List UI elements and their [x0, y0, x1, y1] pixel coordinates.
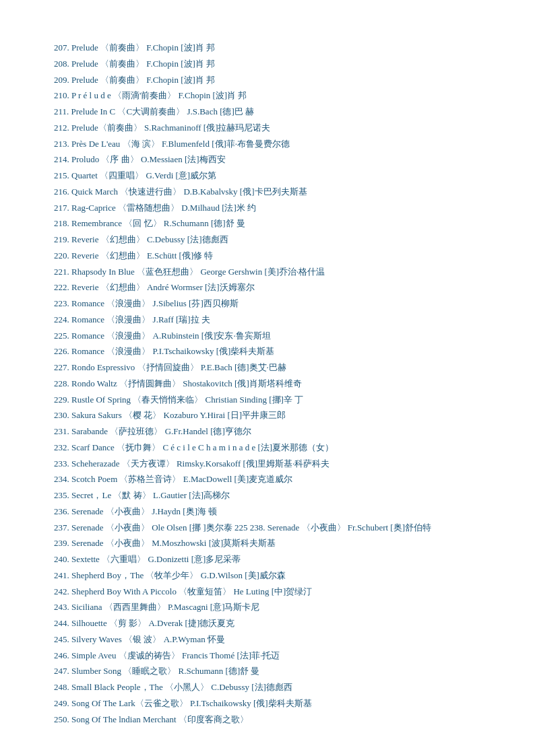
- list-item: 209. Prelude 〈前奏曲〉 F.Chopin [波]肖 邦: [54, 73, 481, 88]
- list-item: 231. Sarabande 〈萨拉班德〉 G.Fr.Handel [德]亨德尔: [54, 424, 481, 440]
- entry-text-223: 223. Romance 〈浪漫曲〉 J.Sibelius [芬]西贝柳斯: [54, 298, 239, 308]
- list-item: 228. Rondo Waltz 〈抒情圆舞曲〉 Shostakovitch […: [54, 376, 481, 392]
- list-item: 242. Shepherd Boy With A Piccolo 〈牧童短笛〉 …: [54, 584, 481, 600]
- entry-text-246: 246. Simple Aveu 〈虔诚的祷告〉 Francis Thomé […: [54, 650, 280, 660]
- list-item: 222. Reverie 〈幻想曲〉 André Wormser [法]沃姆塞尔: [54, 280, 481, 296]
- list-item: 230. Sakura Sakurs 〈樱 花〉 Kozaburo Y.Hira…: [54, 408, 481, 423]
- list-item: 211. Prelude In C 〈C大调前奏曲〉 J.S.Bach [德]巴…: [54, 104, 481, 120]
- entry-text-230: 230. Sakura Sakurs 〈樱 花〉 Kozaburo Y.Hira…: [54, 410, 286, 420]
- entry-text-226: 226. Romance 〈浪漫曲〉 P.I.Tschaikowsky [俄]柴…: [54, 346, 274, 356]
- entry-text-214: 214. Proludo 〈序 曲〉 O.Messiaen [法]梅西安: [54, 154, 226, 164]
- list-item: 227. Rondo Espressivo 〈抒情回旋曲〉 P.E.Bach […: [54, 360, 481, 376]
- list-item: 240. Sextette 〈六重唱〉 G.Donizetti [意]多尼采蒂: [54, 552, 481, 568]
- list-item: 215. Quartet 〈四重唱〉 G.Verdi [意]威尔第: [54, 168, 481, 184]
- entry-text-243: 243. Siciliana 〈西西里舞曲〉 P.Mascagni [意]马斯卡…: [54, 602, 259, 612]
- list-item: 226. Romance 〈浪漫曲〉 P.I.Tschaikowsky [俄]柴…: [54, 344, 481, 359]
- entry-text-240: 240. Sextette 〈六重唱〉 G.Donizetti [意]多尼采蒂: [54, 554, 241, 564]
- list-item: 250. Song Of The lndian Merchant 〈印度客商之歌…: [54, 712, 481, 728]
- list-item: 248. Small Black People，The 〈小黑人〉 C.Debu…: [54, 680, 481, 695]
- entry-text-217: 217. Rag-Caprice 〈雷格随想曲〉 D.Milhaud [法]米 …: [54, 203, 256, 213]
- entry-text-220: 220. Reverie 〈幻想曲〉 E.Schütt [俄]修 特: [54, 250, 214, 261]
- entry-text-219: 219. Reverie 〈幻想曲〉 C.Debussy [法]德彪西: [54, 234, 228, 244]
- entry-text-212: 212. Prelude〈前奏曲〉 S.Rachmaninoff [俄]拉赫玛尼…: [54, 123, 270, 133]
- entry-text-213: 213. Près De L'eau 〈海 滨〉 F.Blumenfeld [俄…: [54, 139, 290, 149]
- entry-text-210: 210. P r é l u d e 〈雨滴'前奏曲〉 F.Chopin [波]…: [54, 90, 247, 100]
- entry-text-221: 221. Rhapsody In Blue 〈蓝色狂想曲〉 George Ger…: [54, 267, 325, 277]
- entry-text-208: 208. Prelude 〈前奏曲〉 F.Chopin [波]肖 邦: [54, 59, 215, 69]
- entry-text-250: 250. Song Of The lndian Merchant 〈印度客商之歌…: [54, 714, 249, 724]
- entry-text-232: 232. Scarf Dance 〈抚巾舞〉 C é c i l e C h a…: [54, 442, 334, 452]
- entry-text-215: 215. Quartet 〈四重唱〉 G.Verdi [意]威尔第: [54, 170, 216, 180]
- entry-text-248: 248. Small Black People，The 〈小黑人〉 C.Debu…: [54, 682, 292, 692]
- list-item: 208. Prelude 〈前奏曲〉 F.Chopin [波]肖 邦: [54, 57, 481, 72]
- list-item: 212. Prelude〈前奏曲〉 S.Rachmaninoff [俄]拉赫玛尼…: [54, 121, 481, 136]
- list-item: 224. Romance 〈浪漫曲〉 J.Raff [瑞]拉 夫: [54, 312, 481, 328]
- list-item: 213. Près De L'eau 〈海 滨〉 F.Blumenfeld [俄…: [54, 137, 481, 152]
- entry-text-225: 225. Romance 〈浪漫曲〉 A.Rubinstein [俄]安东·鲁宾…: [54, 331, 271, 341]
- entry-text-236: 236. Serenade 〈小夜曲〉 J.Haydn [奥]海 顿: [54, 506, 217, 516]
- list-item: 246. Simple Aveu 〈虔诚的祷告〉 Francis Thomé […: [54, 648, 481, 664]
- entry-text-228: 228. Rondo Waltz 〈抒情圆舞曲〉 Shostakovitch […: [54, 378, 302, 388]
- entry-text-224: 224. Romance 〈浪漫曲〉 J.Raff [瑞]拉 夫: [54, 314, 210, 324]
- entry-text-222: 222. Reverie 〈幻想曲〉 André Wormser [法]沃姆塞尔: [54, 282, 255, 292]
- entry-text-242: 242. Shepherd Boy With A Piccolo 〈牧童短笛〉 …: [54, 586, 312, 596]
- list-item: 217. Rag-Caprice 〈雷格随想曲〉 D.Milhaud [法]米 …: [54, 201, 481, 216]
- list-item: 243. Siciliana 〈西西里舞曲〉 P.Mascagni [意]马斯卡…: [54, 600, 481, 615]
- list-item: 221. Rhapsody In Blue 〈蓝色狂想曲〉 George Ger…: [54, 265, 481, 280]
- list-item: 232. Scarf Dance 〈抚巾舞〉 C é c i l e C h a…: [54, 440, 481, 456]
- list-item: 214. Proludo 〈序 曲〉 O.Messiaen [法]梅西安: [54, 152, 481, 168]
- list-item: 223. Romance 〈浪漫曲〉 J.Sibelius [芬]西贝柳斯: [54, 296, 481, 312]
- entry-text-241: 241. Shepherd Boy，The 〈牧羊少年〉 G.D.Wilson …: [54, 570, 286, 580]
- list-item: 244. Silhouette 〈剪 影〉 A.Dverak [捷]德沃夏克: [54, 616, 481, 631]
- entry-text-216: 216. Quick March 〈快速进行曲〉 D.B.Kabalvsky […: [54, 186, 307, 197]
- entry-text-249: 249. Song Of The Lark〈云雀之歌〉 P.I.Tschaiko…: [54, 698, 312, 708]
- list-item: 247. Slumber Song 〈睡眠之歌〉 R.Schumann [德]舒…: [54, 664, 481, 679]
- entry-text-218: 218. Remembrance 〈回 忆〉 R.Schumann [德]舒 曼: [54, 218, 245, 228]
- entry-text-234: 234. Scotch Poem 〈苏格兰音诗〉 E.MacDowell [美]…: [54, 474, 292, 484]
- entry-text-237: 237. Serenade 〈小夜曲〉 Ole Olsen [挪 ]奥尔泰 22…: [54, 522, 431, 532]
- list-item: 239. Serenade 〈小夜曲〉 M.Moszhowski [波]莫斯科夫…: [54, 536, 481, 551]
- list-item: 220. Reverie 〈幻想曲〉 E.Schütt [俄]修 特: [54, 248, 481, 264]
- entry-text-209: 209. Prelude 〈前奏曲〉 F.Chopin [波]肖 邦: [54, 75, 215, 85]
- list-item: 207. Prelude 〈前奏曲〉 F.Chopin [波]肖 邦: [54, 40, 481, 56]
- entry-text-211: 211. Prelude In C 〈C大调前奏曲〉 J.S.Bach [德]巴…: [54, 106, 254, 116]
- list-item: 245. Silvery Waves 〈银 波〉 A.P.Wyman 怀曼: [54, 632, 481, 648]
- list-item: 234. Scotch Poem 〈苏格兰音诗〉 E.MacDowell [美]…: [54, 472, 481, 487]
- list-item: 235. Secret，Le 〈默 祷〉 L.Gautier [法]高梯尔: [54, 488, 481, 504]
- entry-text-235: 235. Secret，Le 〈默 祷〉 L.Gautier [法]高梯尔: [54, 490, 230, 500]
- entry-text-233: 233. Scheherazade 〈天方夜谭〉 Rimsky.Korsakof…: [54, 458, 329, 469]
- list-item: 210. P r é l u d e 〈雨滴'前奏曲〉 F.Chopin [波]…: [54, 88, 481, 104]
- list-item: 249. Song Of The Lark〈云雀之歌〉 P.I.Tschaiko…: [54, 696, 481, 712]
- entry-text-231: 231. Sarabande 〈萨拉班德〉 G.Fr.Handel [德]亨德尔: [54, 426, 251, 436]
- entry-text-207: 207. Prelude 〈前奏曲〉 F.Chopin [波]肖 邦: [54, 42, 215, 53]
- list-item: 236. Serenade 〈小夜曲〉 J.Haydn [奥]海 顿: [54, 504, 481, 520]
- list-item: 237. Serenade 〈小夜曲〉 Ole Olsen [挪 ]奥尔泰 22…: [54, 520, 481, 536]
- entry-list: 207. Prelude 〈前奏曲〉 F.Chopin [波]肖 邦208. P…: [54, 40, 481, 727]
- list-item: 219. Reverie 〈幻想曲〉 C.Debussy [法]德彪西: [54, 232, 481, 248]
- entry-text-247: 247. Slumber Song 〈睡眠之歌〉 R.Schumann [德]舒…: [54, 666, 260, 676]
- entry-text-245: 245. Silvery Waves 〈银 波〉 A.P.Wyman 怀曼: [54, 634, 225, 644]
- list-item: 225. Romance 〈浪漫曲〉 A.Rubinstein [俄]安东·鲁宾…: [54, 329, 481, 344]
- entry-text-227: 227. Rondo Espressivo 〈抒情回旋曲〉 P.E.Bach […: [54, 362, 286, 372]
- entry-text-229: 229. Rustle Of Spring 〈春天悄悄来临〉 Christian…: [54, 394, 303, 405]
- list-item: 229. Rustle Of Spring 〈春天悄悄来临〉 Christian…: [54, 392, 481, 408]
- list-item: 241. Shepherd Boy，The 〈牧羊少年〉 G.D.Wilson …: [54, 568, 481, 584]
- list-item: 216. Quick March 〈快速进行曲〉 D.B.Kabalvsky […: [54, 184, 481, 200]
- entry-text-244: 244. Silhouette 〈剪 影〉 A.Dverak [捷]德沃夏克: [54, 618, 234, 628]
- list-item: 218. Remembrance 〈回 忆〉 R.Schumann [德]舒 曼: [54, 216, 481, 232]
- list-item: 233. Scheherazade 〈天方夜谭〉 Rimsky.Korsakof…: [54, 456, 481, 472]
- entry-text-239: 239. Serenade 〈小夜曲〉 M.Moszhowski [波]莫斯科夫…: [54, 538, 276, 548]
